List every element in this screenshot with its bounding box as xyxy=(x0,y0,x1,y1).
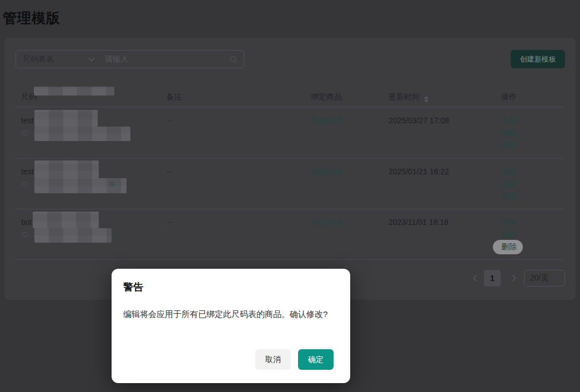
cancel-button[interactable]: 取消 xyxy=(255,349,291,370)
delete-link[interactable]: 删除 xyxy=(501,242,517,252)
dialog-message: 编辑将会应用于所有已绑定此尺码表的商品。确认修改? xyxy=(123,308,332,321)
row-id-suffix: 0 xyxy=(110,180,114,188)
row-id-suffix: ) xyxy=(113,230,115,239)
confirm-button[interactable]: 确定 xyxy=(298,349,334,370)
dialog-title: 警告 xyxy=(123,280,143,294)
page: 管理模版 尺码表名 请输入 创建新模板 尺码 备注 绑定商品 更新时 xyxy=(0,0,580,392)
warning-dialog: 警告 编辑将会应用于所有已绑定此尺码表的商品。确认修改? 取消 确定 xyxy=(112,269,350,383)
